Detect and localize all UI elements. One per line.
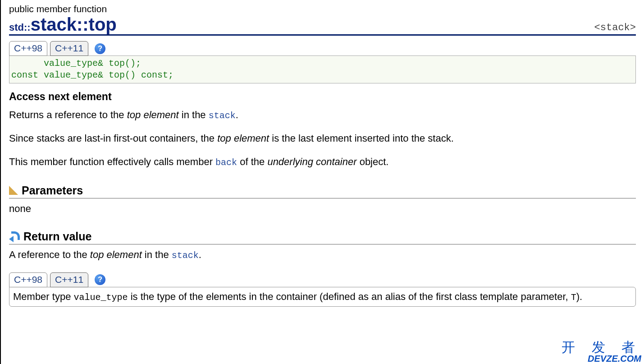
title-row: std::stack::top <stack> [9,15,636,36]
text: . [199,249,201,260]
version-tab-strip: C++98 C++11 ? [9,41,636,56]
title-class: stack [31,14,77,34]
tab-cpp11[interactable]: C++11 [50,272,88,287]
text: Returns a reference to the [9,109,127,120]
description-p1: Returns a reference to the top element i… [9,108,636,122]
help-icon[interactable]: ? [95,274,105,285]
text: . [236,109,238,120]
help-icon[interactable]: ? [95,43,105,54]
text: of the [237,156,267,167]
watermark: 开 发 者 DEVZE.COM [562,341,641,363]
category-label: public member function [9,4,636,14]
description-p2: Since stacks are last-in first-out conta… [9,132,636,145]
text: Member type [13,291,74,302]
triangle-icon [9,186,18,195]
page-title: std::stack::top [9,15,117,33]
text: in the [179,109,209,120]
header-include: <stack> [594,22,636,33]
return-value-p: A reference to the top element in the st… [9,249,636,261]
link-stack[interactable]: stack [172,250,199,261]
watermark-en: DEVZE.COM [562,354,641,363]
code-text: T [571,292,576,303]
watermark-cn: 开 发 者 [562,341,641,354]
tab-cpp98[interactable]: C++98 [9,41,47,56]
title-member: top [89,14,117,34]
text-em: top element [217,133,269,144]
text: is the last element inserted into the st… [269,133,454,144]
title-namespace: std:: [9,22,31,33]
section-return-value: Return value [9,230,636,244]
section-title-text: Return value [23,230,91,243]
text: ). [576,291,582,302]
return-icon [9,231,20,241]
text-em: top element [127,109,179,120]
title-separator: :: [77,14,89,34]
section-title-text: Parameters [22,184,83,197]
version-tab-strip-2: C++98 C++11 ? [9,272,636,287]
text: in the [142,249,172,260]
text: object. [357,156,389,167]
description-p3: This member function effectively calls m… [9,155,636,169]
link-stack[interactable]: stack [209,111,236,121]
text: This member function effectively calls m… [9,156,215,167]
text-em: underlying container [267,156,356,167]
return-value-box: Member type value_type is the type of th… [9,287,636,307]
text-em: top element [90,249,142,260]
signature-code: value_type& top(); const value_type& top… [9,55,636,83]
tab-cpp98[interactable]: C++98 [9,272,47,287]
section-parameters: Parameters [9,184,636,198]
code-text: value_type [74,292,128,303]
parameters-body: none [9,203,636,215]
text: is the type of the elements in the conta… [128,291,571,302]
brief-title: Access next element [9,91,636,103]
link-back[interactable]: back [215,157,237,168]
text: Since stacks are last-in first-out conta… [9,133,217,144]
text: A reference to the [9,249,90,260]
tab-cpp11[interactable]: C++11 [50,41,88,56]
